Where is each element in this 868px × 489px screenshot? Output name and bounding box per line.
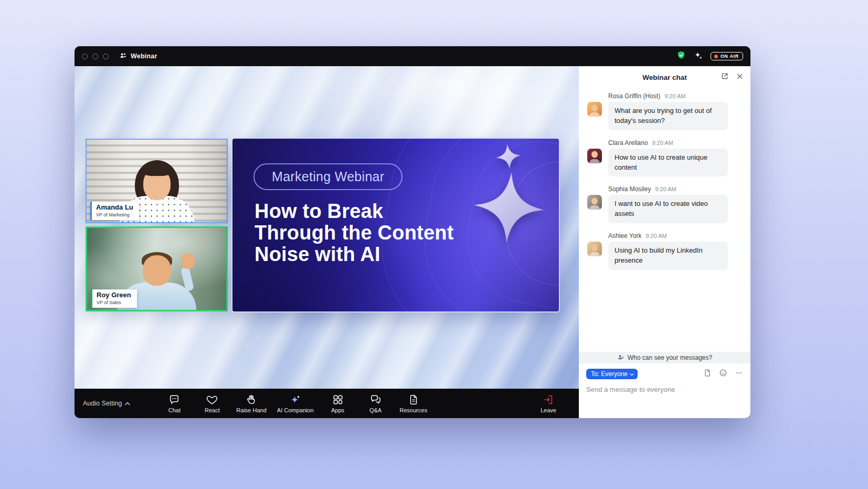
message-time: 9:20 AM xyxy=(664,93,685,99)
avatar xyxy=(587,102,602,117)
audio-setting-label: Audio Setting xyxy=(83,400,122,407)
close-icon[interactable] xyxy=(736,72,744,82)
window-controls xyxy=(82,54,109,59)
meeting-area: Amanda Lu VP of Marketing xyxy=(75,66,579,418)
apps-button[interactable]: Apps xyxy=(321,389,355,418)
speaker-name-tag: Amanda Lu VP of Marketing xyxy=(90,202,139,220)
slide-badge: Marketing Webinar xyxy=(253,163,403,190)
emoji-icon[interactable] xyxy=(719,369,727,379)
message-sender: Rosa Griffin (Host) xyxy=(608,92,660,100)
visibility-label: Who can see your messages? xyxy=(628,354,712,361)
visibility-people-icon xyxy=(617,353,624,362)
speaker-name: Roy Green xyxy=(97,292,131,299)
presentation-slide: Marketing Webinar How to Break Through t… xyxy=(232,139,559,311)
toolbar-buttons: Chat React Raise Hand xyxy=(157,389,430,418)
titlebar-right: ON AIR xyxy=(676,50,743,62)
chat-header: Webinar chat xyxy=(579,66,750,88)
chevron-up-icon xyxy=(125,400,130,407)
avatar xyxy=(587,242,602,256)
chat-icon xyxy=(168,394,180,405)
chat-title: Webinar chat xyxy=(642,74,687,81)
message-time: 9:20 AM xyxy=(652,140,673,146)
ai-companion-icon xyxy=(290,394,301,405)
message-sender: Sophia Mosiley xyxy=(608,185,651,193)
chat-button[interactable]: Chat xyxy=(157,389,191,418)
chat-message: Ashlee York 9:20 AM Using AI to build my… xyxy=(587,232,742,270)
app-identity: Webinar xyxy=(119,51,157,61)
resources-document-icon xyxy=(408,394,419,405)
chat-message: Sophia Mosiley 9:20 AM I want to use AI … xyxy=(587,185,742,223)
meeting-toolbar: Audio Setting Chat xyxy=(75,389,579,418)
react-button[interactable]: React xyxy=(195,389,229,418)
raise-hand-icon xyxy=(246,394,257,405)
video-stage: Amanda Lu VP of Marketing xyxy=(75,66,579,389)
webinar-people-icon xyxy=(119,51,127,61)
speaker-name-tag: Roy Green VP of Sales xyxy=(91,289,137,308)
speaker-title: VP of Sales xyxy=(97,300,131,305)
speaker-tile-roy[interactable]: Roy Green VP of Sales xyxy=(86,226,228,311)
ai-companion-button[interactable]: AI Companion xyxy=(274,389,317,418)
desktop-background: Webinar ON AIR xyxy=(0,0,868,489)
message-bubble: Using AI to build my LinkedIn presence xyxy=(608,242,728,270)
slide-sparkle-shape-small xyxy=(495,143,523,171)
titlebar: Webinar ON AIR xyxy=(75,46,750,66)
resources-button[interactable]: Resources xyxy=(397,389,431,418)
on-air-label: ON AIR xyxy=(721,54,739,59)
on-air-badge: ON AIR xyxy=(711,52,743,60)
app-title: Webinar xyxy=(131,53,157,60)
leave-door-icon xyxy=(543,394,554,405)
message-bubble: What are you trying to get out of today'… xyxy=(608,102,728,130)
window-control-close[interactable] xyxy=(82,54,88,59)
window-control-zoom[interactable] xyxy=(103,54,109,59)
chat-composer: To: Everyone xyxy=(579,363,750,418)
message-sender: Ashlee York xyxy=(608,232,641,240)
raise-hand-button[interactable]: Raise Hand xyxy=(233,389,269,418)
chat-message: Rosa Griffin (Host) 9:20 AM What are you… xyxy=(587,92,742,130)
message-input[interactable] xyxy=(586,386,743,393)
speaker-title: VP of Marketing xyxy=(96,212,133,217)
on-air-dot xyxy=(714,55,718,58)
avatar xyxy=(587,195,602,210)
window-control-minimize[interactable] xyxy=(92,54,98,59)
more-options-icon[interactable] xyxy=(735,369,743,379)
pop-out-icon[interactable] xyxy=(721,72,729,82)
security-shield-icon[interactable] xyxy=(676,50,686,62)
chat-message: Clara Arellano 9:20 AM How to use AI to … xyxy=(587,139,742,177)
apps-icon xyxy=(332,394,344,405)
message-visibility-note[interactable]: Who can see your messages? xyxy=(579,352,750,363)
recipient-selector[interactable]: To: Everyone xyxy=(586,369,638,379)
message-bubble: I want to use AI to create video assets xyxy=(608,195,728,223)
ai-sparkle-icon[interactable] xyxy=(694,51,703,62)
webinar-window: Webinar ON AIR xyxy=(75,46,750,418)
message-sender: Clara Arellano xyxy=(608,139,648,147)
speaker-tile-amanda[interactable]: Amanda Lu VP of Marketing xyxy=(86,139,228,223)
chevron-down-icon xyxy=(630,370,634,378)
qa-button[interactable]: Q&A xyxy=(359,389,393,418)
recipient-label: To: Everyone xyxy=(591,370,628,378)
webinar-chat-panel: Webinar chat Rosa Griffin (Host) xyxy=(579,66,750,418)
slide-sparkle-shape-big xyxy=(471,170,546,245)
chat-message-list: Rosa Griffin (Host) 9:20 AM What are you… xyxy=(579,88,750,352)
qa-icon xyxy=(370,394,382,405)
heart-icon xyxy=(206,394,218,405)
leave-button[interactable]: Leave xyxy=(532,389,565,418)
message-bubble: How to use AI to create unique content xyxy=(608,149,728,177)
speaker-name: Amanda Lu xyxy=(96,204,133,212)
audio-setting-button[interactable]: Audio Setting xyxy=(83,400,130,407)
avatar xyxy=(587,149,602,163)
slide-title: How to Break Through the Content Noise w… xyxy=(255,201,454,265)
message-time: 9:20 AM xyxy=(645,233,666,239)
message-time: 9:20 AM xyxy=(655,186,676,192)
attach-file-icon[interactable] xyxy=(703,369,712,379)
